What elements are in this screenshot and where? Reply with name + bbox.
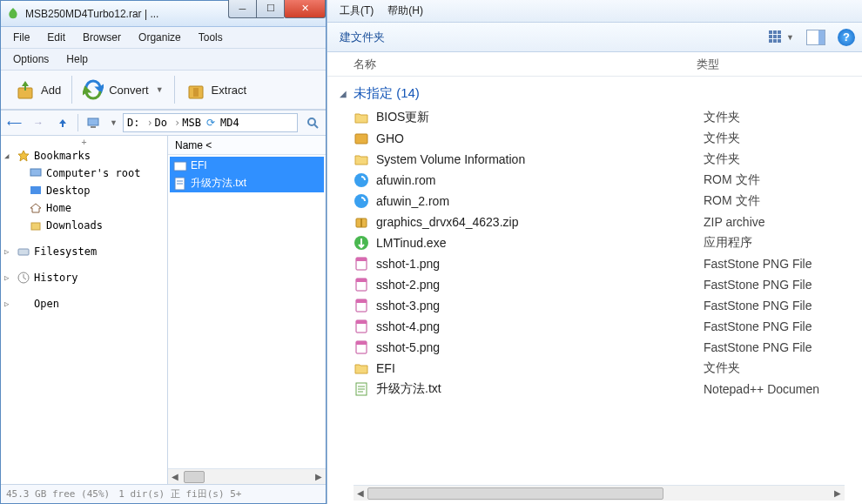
file-name: EFI <box>191 159 207 171</box>
file-row[interactable]: 升级方法.txtNotepad++ Documen <box>327 379 862 400</box>
menu-help[interactable]: 帮助(H) <box>380 1 430 21</box>
col-type-header[interactable]: 类型 <box>697 57 862 72</box>
window-buttons: ─ ☐ ✕ <box>228 0 326 18</box>
group-header[interactable]: ◢ 未指定 (14) <box>327 80 862 107</box>
file-row[interactable]: graphics_drvx64_4623.zipZIP archive <box>327 212 862 232</box>
close-button[interactable]: ✕ <box>284 0 326 18</box>
explorer-body[interactable]: ◢ 未指定 (14) BIOS更新文件夹GHO文件夹System Volume … <box>327 77 862 485</box>
scroll-left-icon[interactable]: ◀ <box>168 472 182 481</box>
convert-button[interactable]: Convert ▼ <box>76 76 170 104</box>
minimize-button[interactable]: ─ <box>228 0 256 18</box>
menu-options[interactable]: Options <box>4 50 57 69</box>
tree-downloads[interactable]: Downloads <box>20 217 167 234</box>
file-row[interactable]: GHO文件夹 <box>327 128 862 149</box>
svg-rect-7 <box>30 169 41 176</box>
tree-home[interactable]: Home <box>20 199 167 217</box>
svg-rect-20 <box>360 218 362 227</box>
col-name-header[interactable]: 名称 <box>327 57 697 72</box>
file-row[interactable]: sshot-1.pngFastStone PNG File <box>327 253 862 274</box>
file-name: 升级方法.txt <box>376 381 704 397</box>
file-row[interactable]: BIOS更新文件夹 <box>327 107 862 128</box>
file-name: LMTinud.exe <box>376 236 704 250</box>
file-type: FastStone PNG File <box>704 319 812 333</box>
file-row[interactable]: afuwin_2.romROM 文件 <box>327 191 862 212</box>
chevron-icon: › <box>174 117 180 129</box>
titlebar[interactable]: MSB250MD4Turbo12.rar | ... ─ ☐ ✕ <box>1 1 326 27</box>
separator <box>174 76 175 104</box>
menu-help[interactable]: Help <box>57 50 97 69</box>
extract-label: Extract <box>212 84 246 97</box>
menu-tools[interactable]: 工具(T) <box>333 1 380 21</box>
refresh-icon[interactable]: ⟳ <box>206 117 215 129</box>
expand-icon: ▷ <box>4 299 13 308</box>
file-row[interactable]: EFI <box>170 157 324 174</box>
computer-icon[interactable] <box>84 113 103 132</box>
help-button[interactable]: ? <box>838 29 855 46</box>
sidebar: + ◢ Bookmarks Computer's root Desktop Ho… <box>1 136 168 484</box>
menu-bar-2: Options Help <box>1 49 326 71</box>
up-button[interactable] <box>53 113 72 132</box>
svg-rect-2 <box>193 88 199 97</box>
file-header[interactable]: Name < <box>168 136 326 155</box>
scroll-right-icon[interactable]: ▶ <box>312 472 326 481</box>
separator <box>71 76 72 104</box>
file-name: sshot-1.png <box>376 257 704 271</box>
add-button[interactable]: Add <box>8 76 68 104</box>
tree-open[interactable]: ▷ Open <box>1 295 167 312</box>
scroll-thumb[interactable] <box>184 471 205 483</box>
tree-filesystem[interactable]: ▷ Filesystem <box>1 243 167 260</box>
file-type: ZIP archive <box>704 215 765 229</box>
file-type: 文件夹 <box>704 131 740 146</box>
png-icon <box>354 339 369 355</box>
back-button[interactable]: ⟵ <box>4 113 24 132</box>
separator <box>77 114 78 131</box>
extract-button[interactable]: Extract <box>178 76 253 104</box>
menu-file[interactable]: File <box>4 28 38 47</box>
file-row[interactable]: sshot-4.pngFastStone PNG File <box>327 316 862 337</box>
file-row[interactable]: sshot-2.pngFastStone PNG File <box>327 274 862 295</box>
path-seg: MD4 <box>220 117 239 129</box>
file-row[interactable]: LMTinud.exe应用程序 <box>327 232 862 253</box>
scroll-thumb[interactable] <box>367 487 663 500</box>
menu-edit[interactable]: Edit <box>38 28 74 47</box>
file-type: 文件夹 <box>704 110 740 125</box>
clock-icon <box>17 271 30 285</box>
menu-tools[interactable]: Tools <box>190 28 232 47</box>
tree-history[interactable]: ▷ History <box>1 269 167 286</box>
view-button[interactable]: ▼ <box>769 30 794 44</box>
dropdown-arrow-icon[interactable]: ▼ <box>110 118 118 127</box>
plus-icon[interactable]: + <box>1 138 167 147</box>
tree-computer-root[interactable]: Computer's root <box>20 165 167 182</box>
tree-label: Downloads <box>46 219 103 232</box>
maximize-button[interactable]: ☐ <box>256 0 284 18</box>
forward-button[interactable]: → <box>29 113 48 132</box>
h-scrollbar[interactable]: ◀ ▶ <box>354 485 845 501</box>
explorer-toolbar: 建文件夹 ▼ ? <box>327 23 862 52</box>
menu-organize[interactable]: Organize <box>130 28 190 47</box>
file-row[interactable]: System Volume Information文件夹 <box>327 149 862 170</box>
file-row[interactable]: EFI文件夹 <box>327 358 862 379</box>
folder-gold-icon <box>354 131 369 146</box>
new-folder-button[interactable]: 建文件夹 <box>334 26 390 49</box>
file-row[interactable]: afuwin.romROM 文件 <box>327 170 862 191</box>
tree-bookmarks[interactable]: ◢ Bookmarks <box>1 147 167 165</box>
png-icon <box>354 298 369 313</box>
file-name: EFI <box>376 361 704 375</box>
file-row[interactable]: sshot-5.pngFastStone PNG File <box>327 337 862 358</box>
search-button[interactable] <box>303 117 322 129</box>
add-icon <box>15 79 36 100</box>
scroll-right-icon[interactable]: ▶ <box>831 488 845 498</box>
path-bar[interactable]: D: › Do › MSB ⟳ MD4 <box>123 113 298 132</box>
file-row[interactable]: 升级方法.txt <box>170 174 324 192</box>
file-name: 升级方法.txt <box>191 176 246 191</box>
menu-browser[interactable]: Browser <box>74 28 130 47</box>
svg-point-17 <box>354 173 368 187</box>
h-scrollbar[interactable]: ◀ ▶ <box>168 468 326 484</box>
folder-icon <box>173 158 187 172</box>
file-row[interactable]: sshot-3.pngFastStone PNG File <box>327 295 862 316</box>
file-list[interactable]: EFI 升级方法.txt <box>168 155 326 468</box>
tree-desktop[interactable]: Desktop <box>20 182 167 199</box>
scroll-left-icon[interactable]: ◀ <box>354 488 367 498</box>
preview-pane-button[interactable] <box>806 30 825 45</box>
exe-icon <box>354 235 369 251</box>
